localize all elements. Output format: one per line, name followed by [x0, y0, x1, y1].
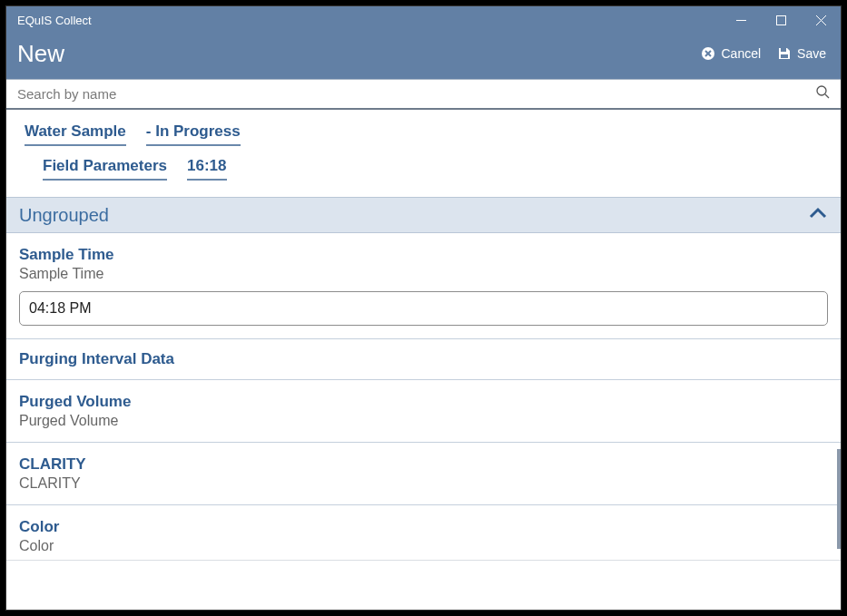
save-button[interactable]: Save: [777, 46, 826, 61]
breadcrumb-status[interactable]: - In Progress: [146, 122, 241, 146]
save-label: Save: [797, 46, 826, 61]
breadcrumb-time[interactable]: 16:18: [187, 157, 226, 181]
svg-rect-8: [781, 54, 788, 58]
window-minimize-button[interactable]: [721, 6, 761, 34]
minimize-icon: [736, 15, 746, 25]
close-icon: [816, 15, 826, 25]
window-maximize-button[interactable]: [761, 6, 801, 34]
section-purging-interval[interactable]: Purging Interval Data: [6, 339, 841, 380]
field-sublabel: Purged Volume: [19, 413, 828, 429]
save-icon: [777, 46, 792, 61]
field-label: Purged Volume: [19, 393, 828, 411]
search-input[interactable]: [17, 86, 816, 102]
page-title: New: [17, 40, 64, 68]
cancel-button[interactable]: Cancel: [701, 46, 761, 61]
svg-line-10: [825, 94, 829, 98]
search-bar: [6, 79, 841, 110]
page-header: New Cancel Save: [6, 34, 841, 79]
fields-container: Sample Time Sample Time Purging Interval…: [6, 233, 841, 610]
sample-time-input[interactable]: [19, 291, 828, 326]
field-clarity[interactable]: CLARITY CLARITY: [6, 443, 841, 505]
window-title: EQuIS Collect: [17, 14, 92, 27]
breadcrumb: Water Sample - In Progress Field Paramet…: [6, 110, 841, 197]
field-purged-volume[interactable]: Purged Volume Purged Volume: [6, 380, 841, 443]
svg-point-9: [817, 86, 826, 95]
svg-rect-1: [776, 15, 785, 24]
field-label: Sample Time: [19, 246, 828, 264]
cancel-icon: [701, 46, 715, 61]
scrollbar[interactable]: [837, 449, 841, 549]
maximize-icon: [776, 15, 786, 25]
field-label: Color: [19, 518, 828, 536]
app-window: EQuIS Collect New Cancel Save Water: [5, 5, 842, 611]
search-icon[interactable]: [816, 85, 830, 103]
breadcrumb-water-sample[interactable]: Water Sample: [25, 122, 126, 146]
field-label: CLARITY: [19, 455, 828, 474]
svg-rect-7: [781, 48, 786, 52]
titlebar: EQuIS Collect: [6, 6, 841, 34]
field-color[interactable]: Color Color: [6, 505, 841, 561]
section-label: Purging Interval Data: [19, 350, 174, 367]
field-sublabel: Color: [19, 538, 828, 554]
field-sublabel: Sample Time: [19, 266, 828, 282]
group-title: Ungrouped: [19, 205, 109, 226]
cancel-label: Cancel: [721, 46, 761, 61]
breadcrumb-field-parameters[interactable]: Field Parameters: [43, 157, 167, 181]
window-close-button[interactable]: [801, 6, 841, 34]
group-header[interactable]: Ungrouped: [6, 197, 841, 233]
field-sample-time[interactable]: Sample Time Sample Time: [6, 233, 841, 339]
field-sublabel: CLARITY: [19, 475, 828, 492]
chevron-up-icon: [808, 203, 828, 227]
